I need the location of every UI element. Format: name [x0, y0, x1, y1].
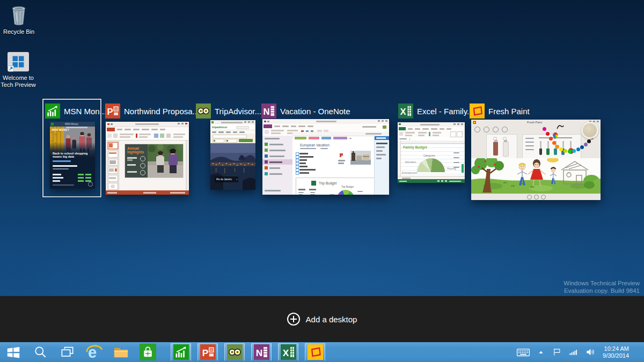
fresh-paint-icon	[308, 344, 323, 360]
tile-header[interactable]: Vacation - OneNote	[261, 101, 350, 121]
build-watermark: Windows Technical Preview Evaluation cop…	[564, 279, 640, 294]
xl-label-entertainment: Entertainment	[402, 172, 417, 174]
desktops-bar: Add a desktop	[0, 296, 644, 342]
ppt-ribbon	[106, 127, 189, 141]
tile-title: Excel - Family...	[417, 107, 474, 116]
window-thumbnail-powerpoint[interactable]: Annual highlights	[106, 122, 189, 195]
tray-date: 9/30/2014	[603, 352, 629, 359]
xl-statusbar	[398, 179, 465, 183]
on-budget-card: Trip Budget Trip Budget	[296, 178, 376, 195]
tile-title: Fresh Paint	[488, 107, 530, 116]
touch-keyboard-icon[interactable]	[516, 345, 530, 359]
ppt-slide-panel	[106, 141, 119, 190]
tripadvisor-icon	[227, 344, 243, 360]
start-icon	[5, 344, 21, 360]
msn-money-icon	[45, 104, 60, 119]
tile-title: Northwind Proposa...	[124, 107, 199, 116]
taskbar-app-msn-money[interactable]	[171, 343, 191, 361]
taskbar-app-excel[interactable]	[278, 343, 298, 361]
tile-header[interactable]: Excel - Family...	[398, 101, 474, 121]
excel-icon	[281, 344, 296, 360]
system-tray: 10:24 AM 9/30/2014	[516, 342, 644, 362]
tile-header[interactable]: MSN Mon...	[45, 101, 106, 121]
taskbar-app-tripadvisor[interactable]	[224, 343, 245, 361]
clock[interactable]: 10:24 AM 9/30/2014	[603, 345, 629, 359]
ppt-statusbar	[106, 190, 189, 195]
tile-header[interactable]: Fresh Paint	[470, 101, 530, 121]
ppt-slide-photo	[148, 144, 183, 178]
fp-color-wheel	[553, 132, 558, 138]
ta-header: tripadvisor	[210, 124, 255, 130]
onenote-icon	[254, 344, 269, 360]
taskview-tile-fresh-paint[interactable]: Fresh Paint Fresh Paint	[470, 101, 602, 201]
welcome-shortcut-icon	[7, 51, 30, 73]
window-thumbnail-excel[interactable]: Family Budget Categories Education Housi…	[398, 122, 465, 183]
plus-circle-icon	[287, 313, 300, 326]
task-view-icon	[60, 345, 75, 359]
taskview-tile-tripadvisor[interactable]: TripAdvisor... tripadvisor	[196, 101, 259, 193]
fp-squiggle	[556, 124, 565, 130]
action-center-flag-icon[interactable]	[552, 347, 562, 357]
ta-search-panel	[210, 134, 255, 143]
window-thumbnail-onenote[interactable]: European Vacation	[262, 119, 389, 195]
desktop-icon-label: Welcome to Tech Preview	[0, 75, 37, 88]
excel-icon	[398, 104, 413, 119]
search-button[interactable]	[27, 342, 54, 362]
tile-header[interactable]: TripAdvisor...	[196, 101, 261, 121]
show-hidden-icons-chevron[interactable]	[537, 348, 545, 357]
add-desktop-label: Add a desktop	[306, 315, 357, 324]
msn-titlebar: MSN Money	[50, 122, 95, 127]
desktop-icon-recycle-bin[interactable]: Recycle Bin	[0, 4, 38, 35]
task-view-button[interactable]	[54, 342, 80, 362]
xl-chart-title: Categories	[423, 154, 435, 157]
taskbar-app-onenote[interactable]	[251, 343, 272, 361]
fresh-paint-icon	[470, 104, 485, 119]
msn-headline: Back to school shopping means big data	[53, 152, 92, 158]
on-searchbar	[292, 132, 389, 136]
fp-canvas-drawing	[471, 158, 601, 194]
onenote-icon	[261, 104, 276, 119]
ppt-slide-title: Annual highlights	[127, 146, 145, 154]
tile-header[interactable]: Northwind Proposa...	[105, 101, 199, 121]
internet-explorer-button[interactable]	[80, 342, 107, 362]
search-icon	[33, 345, 48, 360]
file-explorer-button[interactable]	[107, 342, 134, 362]
on-photo	[350, 151, 371, 165]
tripadvisor-icon	[196, 104, 211, 119]
on-page-title: European Vacation	[300, 143, 330, 147]
taskbar-app-powerpoint[interactable]	[197, 343, 218, 361]
store-icon	[140, 344, 156, 360]
tile-title: MSN Mon...	[64, 107, 106, 116]
ppt-slide: Annual highlights	[125, 144, 183, 178]
msn-money-icon	[173, 344, 189, 360]
xl-ribbon	[398, 127, 465, 138]
on-pie-chart	[337, 190, 354, 195]
desktop: Recycle Bin Welcome to Tech Preview Wind…	[0, 0, 644, 362]
taskbar-app-fresh-paint[interactable]	[305, 343, 325, 361]
on-chart-title: Trip Budget	[341, 186, 354, 188]
taskview-tile-powerpoint[interactable]: Northwind Proposa...	[105, 101, 191, 195]
window-thumbnail-fresh-paint[interactable]: Fresh Paint	[471, 120, 601, 200]
taskview-tile-msn-money[interactable]: MSN Mon... MSN Money	[45, 101, 99, 195]
store-button[interactable]	[134, 342, 161, 362]
window-thumbnail-msn-money[interactable]: MSN Money MSN MONEY	[50, 122, 95, 189]
msn-overlay: Back to school shopping means big data	[50, 142, 95, 189]
xl-grid: Family Budget Categories Education Housi…	[398, 141, 465, 176]
network-signal-icon[interactable]	[568, 347, 579, 357]
add-desktop-button[interactable]: Add a desktop	[287, 313, 357, 326]
on-card-title: Trip Budget	[319, 181, 336, 185]
taskview-tile-excel[interactable]: Excel - Family...	[398, 101, 466, 183]
msn-brand: MSN MONEY	[52, 129, 69, 131]
ppt-scrollbar	[186, 141, 187, 190]
start-button[interactable]	[0, 342, 27, 362]
on-flag-icon	[340, 153, 343, 157]
powerpoint-icon	[105, 104, 120, 119]
volume-icon[interactable]	[585, 346, 596, 358]
xl-sheet-title: Family Budget	[403, 145, 427, 149]
xl-half-donut-chart	[417, 158, 445, 172]
desktop-icon-welcome-tech-preview[interactable]: Welcome to Tech Preview	[0, 51, 37, 88]
powerpoint-icon	[200, 344, 216, 360]
desktop-icon-label: Recycle Bin	[0, 28, 38, 35]
taskview-tile-onenote[interactable]: Vacation - OneNote	[261, 101, 390, 196]
window-thumbnail-tripadvisor[interactable]: tripadvisor	[210, 120, 255, 190]
